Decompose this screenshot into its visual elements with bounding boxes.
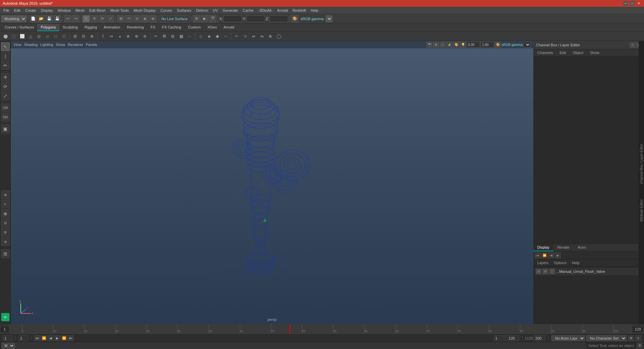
cmd-type-select[interactable]: MEL Python xyxy=(1,343,15,349)
attr-icon[interactable]: ⊟ xyxy=(1,218,10,227)
disp-icon-2[interactable]: ⏪ xyxy=(541,252,547,258)
vp-light-btn[interactable]: 💡 xyxy=(460,42,466,48)
mirror-icon[interactable]: ⇋ xyxy=(258,32,266,40)
vp-smooth-btn[interactable]: ◉ xyxy=(446,42,452,48)
vp-wire-btn[interactable]: ⬡ xyxy=(440,42,446,48)
close-button[interactable]: ✕ xyxy=(637,1,641,6)
fill-icon[interactable]: ⬥ xyxy=(116,32,124,40)
snap-point[interactable]: ⊙ xyxy=(133,15,141,22)
lasso-tool-btn[interactable]: ⟨ xyxy=(1,52,10,60)
chamfer-icon[interactable]: ◈ xyxy=(205,32,213,40)
extra-btn-1[interactable]: ⚙ xyxy=(628,335,634,341)
show-manip-btn[interactable]: ▣ xyxy=(1,124,10,133)
frame-start-input[interactable] xyxy=(0,326,9,333)
x-input[interactable] xyxy=(223,15,242,22)
tool-settings-icon[interactable]: ⚙ xyxy=(1,228,10,237)
menu-meshdisplay[interactable]: Mesh Display xyxy=(131,8,158,13)
go-start-btn[interactable]: ⏮ xyxy=(34,335,40,341)
tab-fx-caching[interactable]: FX Caching xyxy=(159,24,184,31)
weld-icon[interactable]: ⊕ xyxy=(266,32,274,40)
gamma-dropdown[interactable] xyxy=(326,15,332,22)
insert-loop-icon[interactable]: ▦ xyxy=(177,32,185,40)
scale-tool-btn[interactable]: ⤢ xyxy=(1,92,10,100)
new-button[interactable]: 📄 xyxy=(30,15,37,22)
range-start[interactable] xyxy=(494,335,506,341)
menu-3dtoall[interactable]: -3DtoAll- xyxy=(256,8,275,13)
loop-cut-icon[interactable]: ✂ xyxy=(152,32,160,40)
cmd-input[interactable] xyxy=(15,343,586,349)
scale-tool[interactable]: ⤢ xyxy=(107,15,114,22)
vp-show-menu[interactable]: Show xyxy=(56,43,65,47)
vp-value-a[interactable] xyxy=(467,42,480,48)
select-tool[interactable]: ↖ xyxy=(83,15,90,22)
bevel-icon[interactable]: ◇ xyxy=(197,32,205,40)
options-tab[interactable]: Options xyxy=(551,260,569,265)
crease-icon[interactable]: ⋯ xyxy=(222,32,230,40)
snap-surface[interactable]: ◈ xyxy=(141,15,149,22)
tab-polygons[interactable]: Polygons xyxy=(37,24,59,31)
layers-tab[interactable]: Layers xyxy=(535,260,551,265)
minimize-button[interactable]: — xyxy=(623,1,628,6)
open-button[interactable]: 📂 xyxy=(38,15,45,22)
layer-type-btn[interactable]: / xyxy=(549,269,555,274)
vp-texture-btn[interactable]: 🎨 xyxy=(453,42,459,48)
combine-icon[interactable]: ⊞ xyxy=(71,32,79,40)
connect-icon[interactable]: ⊃ xyxy=(241,32,249,40)
menu-file[interactable]: File xyxy=(1,8,11,13)
target-weld-icon[interactable]: ⊛ xyxy=(141,32,149,40)
menu-arnold[interactable]: Arnold xyxy=(275,8,290,13)
paint-select-btn[interactable]: ✏ xyxy=(1,61,10,70)
extra-btn-2[interactable]: ≡ xyxy=(635,335,641,341)
vp-view-menu[interactable]: View xyxy=(13,43,21,47)
channel-expand-btn[interactable]: + xyxy=(630,42,635,48)
bridge-icon[interactable]: ⇔ xyxy=(107,32,115,40)
tab-arnold[interactable]: Arnold xyxy=(220,24,238,31)
save-scene-button[interactable]: 💾 xyxy=(54,15,61,22)
extrude-icon[interactable]: ⇧ xyxy=(99,32,107,40)
edit-tab[interactable]: Edit xyxy=(557,50,569,55)
disp-icon-3[interactable]: ◀ xyxy=(548,252,554,258)
circularize-icon[interactable]: ◯ xyxy=(275,32,283,40)
select-tool-btn[interactable]: ↖ xyxy=(1,42,10,51)
tab-xgen[interactable]: XGen xyxy=(204,24,220,31)
menu-editmesh[interactable]: Edit Mesh xyxy=(87,8,108,13)
render-settings[interactable]: ⚙ xyxy=(193,15,200,22)
boolean-icon[interactable]: ⊕ xyxy=(88,32,96,40)
menu-window[interactable]: Window xyxy=(56,8,73,13)
y-input[interactable] xyxy=(247,15,265,22)
ext-range-end[interactable] xyxy=(534,335,546,341)
menu-create[interactable]: Create xyxy=(23,8,38,13)
rotate-tool[interactable]: ⟳ xyxy=(99,15,106,22)
go-end-btn[interactable]: ⏭ xyxy=(68,335,74,341)
ipr-button[interactable]: 🎬 xyxy=(209,15,216,22)
render-tab[interactable]: Render xyxy=(553,244,574,251)
step-fwd-btn[interactable]: ⏩ xyxy=(61,335,67,341)
save-button[interactable]: 💾 xyxy=(46,15,53,22)
append-icon[interactable]: ⊕ xyxy=(124,32,132,40)
character-set-select[interactable]: No Character Set xyxy=(586,335,627,341)
cmd-settings-btn[interactable]: ⚙ xyxy=(637,343,643,349)
snap-curve[interactable]: 〜 xyxy=(125,15,132,22)
tab-fx[interactable]: FX xyxy=(147,24,159,31)
layer-v-btn[interactable]: V xyxy=(536,269,541,274)
menu-deform[interactable]: Deform xyxy=(194,8,210,13)
vp-gamma-icon[interactable]: 🎨 xyxy=(495,42,501,48)
layer-p-btn[interactable]: P xyxy=(543,269,548,274)
maximize-button[interactable]: □ xyxy=(630,1,635,6)
plane-icon[interactable]: ▱ xyxy=(43,32,51,40)
step-back-btn[interactable]: ⏪ xyxy=(41,335,47,341)
render-button[interactable]: ▶ xyxy=(201,15,208,22)
tab-custom[interactable]: Custom xyxy=(185,24,204,31)
tab-sculpting[interactable]: Sculpting xyxy=(59,24,81,31)
move-tool[interactable]: ✛ xyxy=(91,15,98,22)
anim-tab[interactable]: Anim xyxy=(574,244,590,251)
play-back-btn[interactable]: ◀ xyxy=(48,335,54,341)
display-tab[interactable]: Display xyxy=(533,244,553,251)
menu-cache[interactable]: Cache xyxy=(241,8,256,13)
menu-edit[interactable]: Edit xyxy=(12,8,22,13)
menu-generate[interactable]: Generate xyxy=(221,8,240,13)
smooth-icon[interactable]: ◉ xyxy=(213,32,221,40)
vp-gamma-select[interactable] xyxy=(523,42,531,48)
snap-view[interactable]: 👁 xyxy=(149,15,157,22)
menu-meshtools[interactable]: Mesh Tools xyxy=(108,8,131,13)
